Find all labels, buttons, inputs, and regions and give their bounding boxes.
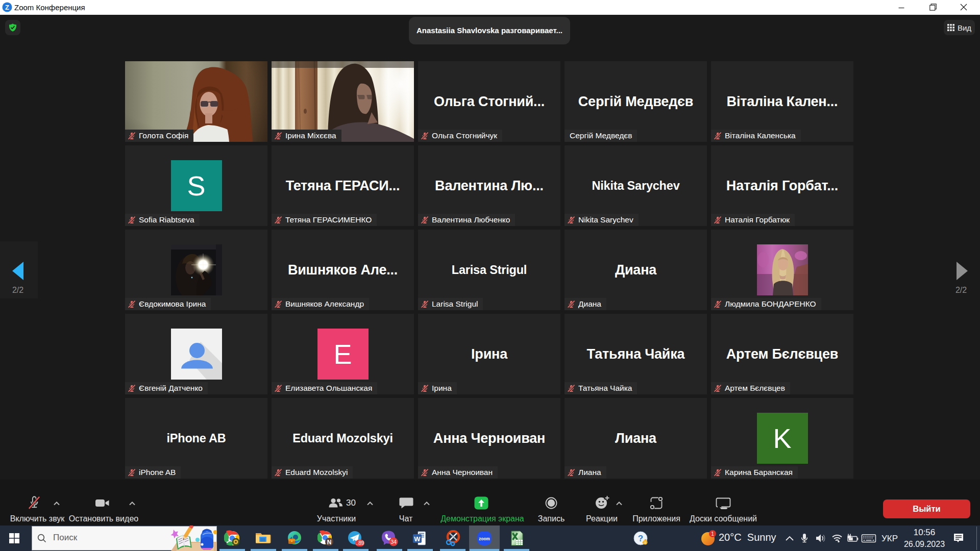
svg-text:zoom: zoom [479, 537, 489, 541]
svg-text:Z: Z [5, 4, 9, 11]
svg-text:1: 1 [711, 531, 714, 537]
svg-text:..89: ..89 [356, 540, 364, 546]
svg-text:W: W [414, 535, 421, 543]
svg-text:i: i [645, 540, 646, 545]
svg-text:34: 34 [390, 539, 397, 545]
svg-text:?: ? [638, 534, 643, 543]
svg-text:N: N [327, 539, 332, 546]
